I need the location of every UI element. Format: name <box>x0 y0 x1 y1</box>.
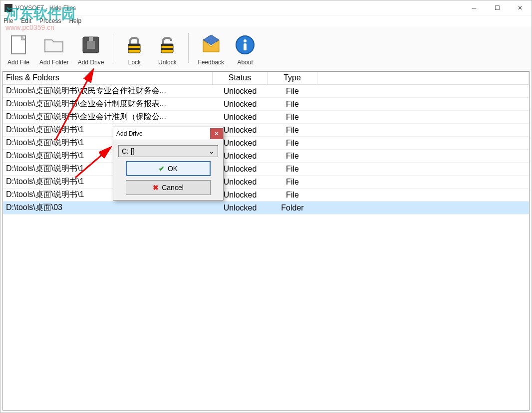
table-row[interactable]: D:\tools\桌面\说明书\1UnlockedFile <box>3 163 529 176</box>
table-row[interactable]: D:\tools\桌面\说明书\农民专业合作社财务会...UnlockedFil… <box>3 85 529 98</box>
cell-type: File <box>267 177 317 188</box>
cell-path: D:\tools\桌面\说明书\企业会计制度财务报表... <box>3 98 213 110</box>
column-files[interactable]: Files & Folders <box>3 72 213 84</box>
app-icon <box>4 4 12 12</box>
table-row[interactable]: D:\tools\桌面\说明书\1UnlockedFile <box>3 176 529 189</box>
cell-type: File <box>267 151 317 162</box>
cell-type: File <box>267 112 317 123</box>
close-button[interactable]: ✕ <box>509 0 532 15</box>
menubar: File Edit Process Help <box>0 15 532 26</box>
cell-type: File <box>267 125 317 136</box>
cell-type: File <box>267 164 317 175</box>
content-area: Files & Folders Status Type D:\tools\桌面\… <box>2 71 530 411</box>
add-drive-button[interactable]: Add Drive <box>74 28 108 68</box>
table-row[interactable]: D:\tools\桌面\说明书\1UnlockedFile <box>3 189 529 202</box>
svg-rect-6 <box>128 44 140 46</box>
table-row[interactable]: D:\tools\桌面\说明书\企业会计制度财务报表...UnlockedFil… <box>3 98 529 111</box>
table-header: Files & Folders Status Type <box>3 72 529 85</box>
chevron-down-icon: ⌄ <box>209 147 215 155</box>
dialog-title-text: Add Drive <box>116 130 143 137</box>
table-row[interactable]: D:\tools\桌面\03UnlockedFolder <box>3 202 529 214</box>
table-row[interactable]: D:\tools\桌面\说明书\1UnlockedFile <box>3 124 529 137</box>
cell-type: File <box>267 190 317 201</box>
ok-button[interactable]: ✔ OK <box>126 161 211 176</box>
titlebar: VOVSOFT - Hide Files ─ ☐ ✕ <box>0 0 532 15</box>
column-status[interactable]: Status <box>213 72 267 84</box>
cancel-button[interactable]: ✖ Cancel <box>126 180 211 195</box>
drive-select-value: C: [] <box>122 147 135 155</box>
about-button[interactable]: About <box>229 28 261 68</box>
cell-path: D:\tools\桌面\说明书\企业会计准则（保险公... <box>3 111 213 123</box>
table-row[interactable]: D:\tools\桌面\说明书\1UnlockedFile <box>3 137 529 150</box>
separator <box>188 33 189 63</box>
table-row[interactable]: D:\tools\桌面\说明书\1UnlockedFile <box>3 150 529 163</box>
svg-rect-3 <box>87 41 95 49</box>
cell-path: D:\tools\桌面\说明书\农民专业合作社财务会... <box>3 85 213 97</box>
folder-icon <box>42 33 66 57</box>
cell-type: File <box>267 86 317 97</box>
cell-type: Folder <box>267 203 317 213</box>
lock-button[interactable]: Lock <box>118 28 150 68</box>
cell-type: File <box>267 138 317 149</box>
toolbar: Add File Add Folder Add Drive Lock Unlo <box>0 26 532 69</box>
drive-select[interactable]: C: [] ⌄ <box>118 145 218 157</box>
file-icon <box>6 33 30 57</box>
add-drive-dialog: Add Drive ✕ C: [] ⌄ ✔ OK ✖ Cancel <box>113 127 224 201</box>
unlock-button[interactable]: Unlock <box>151 28 183 68</box>
minimize-button[interactable]: ─ <box>463 0 486 15</box>
dialog-close-button[interactable]: ✕ <box>210 128 223 139</box>
cross-icon: ✖ <box>153 184 159 192</box>
check-icon: ✔ <box>159 165 165 173</box>
table-body[interactable]: D:\tools\桌面\说明书\农民专业合作社财务会...UnlockedFil… <box>3 85 529 410</box>
column-type[interactable]: Type <box>267 72 317 84</box>
lock-icon <box>122 33 146 57</box>
svg-point-15 <box>244 39 247 42</box>
unlock-icon <box>155 33 179 57</box>
envelope-icon <box>199 33 223 57</box>
svg-rect-4 <box>89 37 93 41</box>
table-row[interactable]: D:\tools\桌面\说明书\企业会计准则（保险公...UnlockedFil… <box>3 111 529 124</box>
maximize-button[interactable]: ☐ <box>486 0 509 15</box>
cell-status: Unlocked <box>213 99 267 110</box>
menu-file[interactable]: File <box>3 17 13 24</box>
cell-type: File <box>267 99 317 110</box>
column-spacer <box>317 72 529 84</box>
svg-rect-7 <box>128 48 140 50</box>
cell-status: Unlocked <box>213 86 267 97</box>
add-folder-button[interactable]: Add Folder <box>35 28 73 68</box>
window-title: VOVSOFT - Hide Files <box>15 4 463 11</box>
svg-rect-9 <box>161 44 173 46</box>
info-icon <box>233 33 257 57</box>
menu-help[interactable]: Help <box>69 17 81 24</box>
menu-edit[interactable]: Edit <box>21 17 31 24</box>
add-file-button[interactable]: Add File <box>2 28 34 68</box>
cell-status: Unlocked <box>213 112 267 123</box>
menu-process[interactable]: Process <box>39 17 61 24</box>
svg-rect-10 <box>161 48 173 50</box>
feedback-button[interactable]: Feedback <box>194 28 228 68</box>
drive-icon <box>79 33 103 57</box>
cell-status: Unlocked <box>213 203 267 213</box>
cell-path: D:\tools\桌面\03 <box>3 202 213 214</box>
svg-rect-16 <box>244 43 247 50</box>
separator <box>113 33 113 63</box>
dialog-titlebar: Add Drive ✕ <box>113 127 223 140</box>
